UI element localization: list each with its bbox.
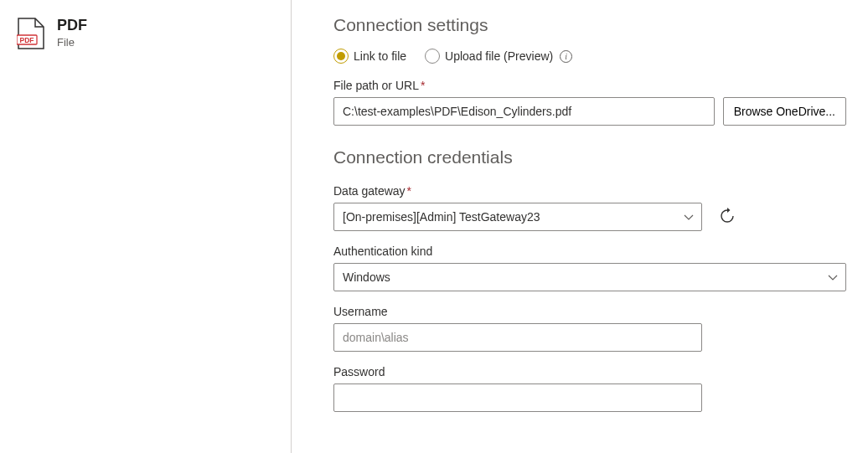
authentication-kind-label: Authentication kind	[333, 245, 846, 258]
required-asterisk: *	[407, 184, 411, 198]
radio-icon	[333, 49, 349, 64]
data-gateway-select[interactable]: [On-premises][Admin] TestGateway23	[333, 203, 702, 231]
info-icon[interactable]: i	[560, 50, 572, 63]
radio-link-to-file[interactable]: Link to file	[333, 49, 406, 64]
left-pane: PDF PDF File	[0, 0, 292, 453]
refresh-icon	[719, 208, 736, 227]
connector-title: PDF	[57, 17, 87, 35]
radio-link-label: Link to file	[354, 49, 406, 63]
connector-header: PDF PDF File	[17, 17, 277, 53]
username-label: Username	[333, 305, 846, 318]
username-input[interactable]	[333, 323, 702, 352]
right-pane: Connection settings Link to file Upload …	[292, 0, 868, 453]
password-input[interactable]	[333, 384, 702, 412]
required-asterisk: *	[421, 79, 425, 92]
connection-settings-heading: Connection settings	[333, 15, 846, 35]
file-path-input[interactable]	[333, 97, 715, 126]
svg-text:PDF: PDF	[20, 36, 34, 44]
data-gateway-label: Data gateway*	[333, 184, 846, 198]
radio-upload-label: Upload file (Preview)	[445, 49, 553, 63]
browse-onedrive-button[interactable]: Browse OneDrive...	[723, 97, 846, 126]
file-mode-radio-group: Link to file Upload file (Preview) i	[333, 49, 846, 64]
password-label: Password	[333, 365, 846, 378]
connection-credentials-heading: Connection credentials	[333, 147, 846, 167]
authentication-kind-select[interactable]: Windows	[333, 263, 846, 291]
refresh-gateway-button[interactable]	[716, 205, 739, 229]
file-path-label: File path or URL*	[333, 79, 846, 92]
connector-subtitle: File	[57, 36, 87, 49]
radio-upload-file[interactable]: Upload file (Preview) i	[425, 49, 572, 64]
pdf-file-icon: PDF	[17, 17, 45, 53]
radio-icon	[425, 49, 440, 64]
